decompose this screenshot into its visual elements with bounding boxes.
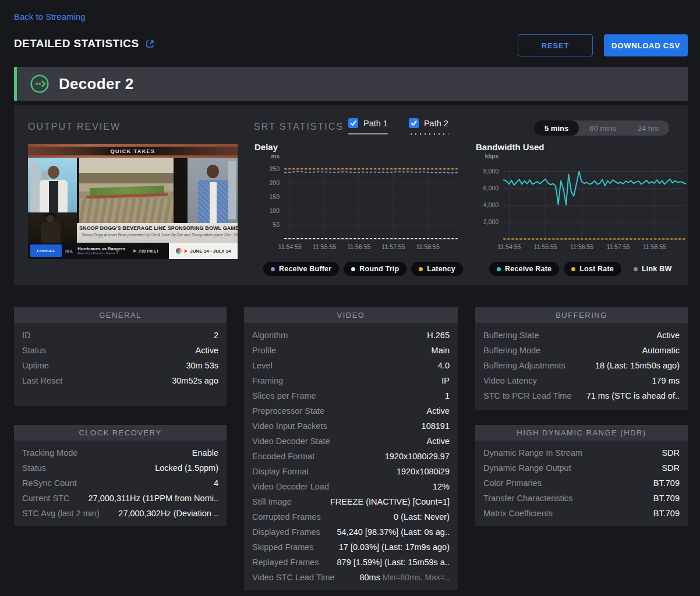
path-2-checkbox[interactable]: Path 2 xyxy=(409,118,448,135)
legend-round-trip[interactable]: Round Trip xyxy=(344,262,406,276)
svg-text:11:54:55: 11:54:55 xyxy=(278,243,302,250)
checkbox-checked-icon[interactable] xyxy=(409,118,419,128)
stat-label: Uptime xyxy=(22,361,49,370)
stat-label: Last Reset xyxy=(22,376,62,385)
table-row: ReSync Count4 xyxy=(14,476,227,491)
table-row: StatusLocked (1.5ppm) xyxy=(14,460,227,476)
table-row: Video STC Lead Time80ms Min=80ms, Max=.. xyxy=(244,570,458,585)
table-row: STC to PCR Lead Time71 ms (STC is ahead … xyxy=(475,388,688,403)
preview-guest-photo xyxy=(28,212,77,243)
download-csv-button[interactable]: DOWNLOAD CSV xyxy=(604,34,688,56)
stat-label: Algorithm xyxy=(252,331,288,340)
stat-label: Slices per Frame xyxy=(252,391,316,400)
legend-link-bw[interactable]: Link BW xyxy=(626,262,679,276)
page-title-text: DETAILED STATISTICS xyxy=(14,37,139,50)
stat-value: H.265 xyxy=(427,331,450,340)
stat-value: Enable xyxy=(192,448,218,457)
stat-value-muted: Min=80ms, Max=.. xyxy=(380,573,450,582)
table-row: AlgorithmH.265 xyxy=(244,328,458,343)
stat-label: Level xyxy=(252,361,273,370)
legend-dot-icon xyxy=(351,267,355,271)
table-row: Displayed Frames54,240 [98.37%] (Last: 0… xyxy=(244,524,458,540)
range-option-60-mins[interactable]: 60 mins xyxy=(579,120,627,136)
svg-text:6,000: 6,000 xyxy=(483,185,499,191)
stat-value: 1 xyxy=(445,391,450,400)
stat-value: 108191 xyxy=(422,421,450,431)
stat-value: Active xyxy=(427,437,450,446)
stat-value: 54,240 [98.37%] (Last: 0s ag.. xyxy=(337,527,450,537)
play-icon: ▶ xyxy=(133,249,136,253)
delay-chart-legend: Receive BufferRound TripLatency xyxy=(263,262,463,276)
stat-label: Video STC Lead Time xyxy=(252,573,335,582)
table-row: STC Avg (last 2 min)27,000,302Hz (Deviat… xyxy=(14,506,227,521)
range-option-24-hrs[interactable]: 24 hrs xyxy=(627,120,669,136)
svg-text:11:57:55: 11:57:55 xyxy=(381,243,405,250)
legend-receive-rate[interactable]: Receive Rate xyxy=(489,262,559,276)
stat-value: IP xyxy=(441,376,450,385)
external-link-icon[interactable] xyxy=(145,39,155,49)
table-row: Uptime30m 53s xyxy=(14,358,227,373)
stat-label: ID xyxy=(22,331,31,340)
stat-value: Locked (1.5ppm) xyxy=(155,463,218,473)
video-table-title: VIDEO xyxy=(244,307,458,323)
table-row: Still ImageFREEZE (INACTIVE) [Count=1] xyxy=(244,494,458,509)
legend-receive-buffer[interactable]: Receive Buffer xyxy=(263,262,339,276)
svg-text:100: 100 xyxy=(269,207,280,214)
stat-value: 80ms xyxy=(359,573,380,582)
stat-label: Color Primaries xyxy=(483,478,542,488)
stat-value: 18 (Last: 15m50s ago) xyxy=(595,361,680,370)
table-row: Color PrimariesBT.709 xyxy=(475,476,688,491)
ticker-promo-arrow-icon: ➤ xyxy=(184,249,188,254)
stats-panel: OUTPUT REVIEW QUICK TAKES xyxy=(14,105,688,285)
stat-value: 0 (Last: Never) xyxy=(394,512,450,522)
ticker-promo-text: JUNE 14 - JULY 14 xyxy=(190,249,231,254)
svg-text:2,000: 2,000 xyxy=(483,218,499,225)
path-1-checkbox[interactable]: Path 1 xyxy=(348,118,388,135)
stat-label: Status xyxy=(22,346,46,355)
table-row: Buffering Adjustments18 (Last: 15m50s ag… xyxy=(475,358,688,373)
stat-label: Corrupted Frames xyxy=(252,512,321,522)
clock-recovery-table: CLOCK RECOVERYTracking ModeEnableStatusL… xyxy=(14,425,227,526)
svg-text:11:57:55: 11:57:55 xyxy=(607,243,630,250)
preview-headline: SNOOP DOGG'S BEVERAGE LINE SPONSORING BO… xyxy=(79,225,235,231)
checkbox-checked-icon[interactable] xyxy=(348,118,358,128)
legend-dot-icon xyxy=(571,267,575,271)
stat-value: 4 xyxy=(214,478,218,488)
stat-label: Dynamic Range In Stream xyxy=(483,448,582,457)
stat-label: Encoded Format xyxy=(252,452,314,461)
svg-text:150: 150 xyxy=(269,193,280,200)
bandwidth-chart-title: Bandwidth Used xyxy=(476,142,545,152)
reset-button[interactable]: RESET xyxy=(518,34,593,56)
stat-label: Transfer Characteristics xyxy=(483,494,572,503)
legend-lost-rate[interactable]: Lost Rate xyxy=(564,262,621,276)
legend-latency[interactable]: Latency xyxy=(411,262,463,276)
stat-label: Video Decoder Load xyxy=(252,482,329,491)
stat-label: Matrix Coefficients xyxy=(483,509,553,518)
output-review-title: OUTPUT REVIEW xyxy=(28,122,121,132)
ticker-promo: ➤ JUNE 14 - JULY 14 xyxy=(169,243,238,259)
srt-statistics-title: SRT STATISTICS xyxy=(254,122,344,132)
stat-value: Active xyxy=(427,406,450,416)
range-option-5-mins[interactable]: 5 mins xyxy=(534,120,579,136)
table-row: Buffering StateActive xyxy=(475,328,688,343)
hdr-table-title: HIGH DYNAMIC RANGE (HDR) xyxy=(475,425,688,441)
buffering-table-title: BUFFERING xyxy=(475,307,688,323)
stat-value: Active xyxy=(657,331,680,340)
ticker-promo-logo xyxy=(176,248,182,254)
stat-label: Skipped Frames xyxy=(252,542,314,552)
stat-label: Profile xyxy=(252,346,276,355)
legend-dot-icon xyxy=(497,267,501,271)
preview-show-title: QUICK TAKES xyxy=(111,148,155,154)
table-row: Dynamic Range In StreamSDR xyxy=(475,445,688,460)
stat-value: 27,000,302Hz (Deviation .. xyxy=(118,509,218,518)
table-row: Dynamic Range OutputSDR xyxy=(475,460,688,476)
back-to-streaming-link[interactable]: Back to Streaming xyxy=(14,12,86,22)
table-row: Last Reset30m52s ago xyxy=(14,373,227,388)
svg-text:8,000: 8,000 xyxy=(483,168,499,175)
general-table-title: GENERAL xyxy=(14,307,227,323)
stat-label: Video Decoder State xyxy=(252,437,330,446)
table-row: Preprocessor StateActive xyxy=(244,403,458,418)
table-row: ProfileMain xyxy=(244,343,458,358)
svg-text:11:54:55: 11:54:55 xyxy=(497,243,521,250)
stat-label: Buffering Adjustments xyxy=(483,361,565,370)
